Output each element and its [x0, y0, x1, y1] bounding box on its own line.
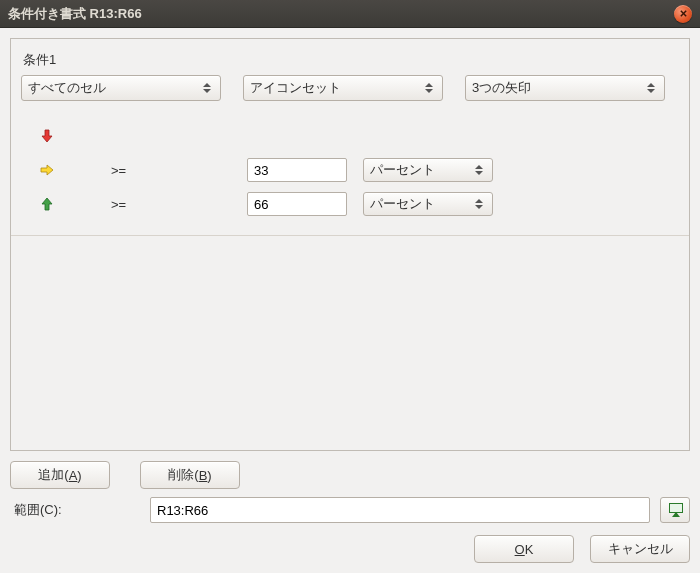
cancel-button[interactable]: キャンセル: [590, 535, 690, 563]
style-select[interactable]: アイコンセット: [243, 75, 443, 101]
range-row: 範囲(C):: [10, 497, 690, 523]
titlebar: 条件付き書式 R13:R66: [0, 0, 700, 28]
icon-rule-row: [39, 119, 679, 153]
delete-button[interactable]: 削除(B): [140, 461, 240, 489]
rule-unit-select[interactable]: パーセント: [363, 192, 493, 216]
arrow-down-icon: [39, 128, 55, 144]
shrink-range-button[interactable]: [660, 497, 690, 523]
style-value: アイコンセット: [250, 79, 422, 97]
iconset-value: 3つの矢印: [472, 79, 644, 97]
chevron-updown-icon: [644, 83, 658, 93]
icon-rules: >= パーセント >=: [21, 119, 679, 221]
chevron-updown-icon: [422, 83, 436, 93]
shrink-icon: [667, 503, 683, 517]
rule-value-input[interactable]: [247, 192, 347, 216]
rule-op: >=: [111, 163, 247, 178]
chevron-updown-icon: [472, 165, 486, 175]
iconset-select[interactable]: 3つの矢印: [465, 75, 665, 101]
dialog-footer: OK キャンセル: [10, 535, 690, 563]
rule-op: >=: [111, 197, 247, 212]
condition-label: 条件1: [21, 49, 679, 75]
chevron-updown-icon: [200, 83, 214, 93]
icon-rule-row: >= パーセント: [39, 187, 679, 221]
add-button[interactable]: 追加(A): [10, 461, 110, 489]
rule-unit-value: パーセント: [370, 161, 472, 179]
condition-selects-row: すべてのセル アイコンセット 3つの矢印: [21, 75, 679, 101]
arrow-right-icon: [39, 162, 55, 178]
dialog-body: 条件1 すべてのセル アイコンセット 3つの矢印: [0, 28, 700, 573]
close-icon: [679, 9, 688, 18]
icon-rule-row: >= パーセント: [39, 153, 679, 187]
add-delete-row: 追加(A) 削除(B): [10, 461, 690, 489]
rule-value-input[interactable]: [247, 158, 347, 182]
chevron-updown-icon: [472, 199, 486, 209]
empty-area: [21, 236, 679, 450]
rule-unit-select[interactable]: パーセント: [363, 158, 493, 182]
rule-unit-value: パーセント: [370, 195, 472, 213]
apply-to-value: すべてのセル: [28, 79, 200, 97]
close-button[interactable]: [674, 5, 692, 23]
apply-to-select[interactable]: すべてのセル: [21, 75, 221, 101]
range-input[interactable]: [150, 497, 650, 523]
range-label: 範囲(C):: [10, 501, 150, 519]
ok-button[interactable]: OK: [474, 535, 574, 563]
arrow-up-icon: [39, 196, 55, 212]
conditions-panel: 条件1 すべてのセル アイコンセット 3つの矢印: [10, 38, 690, 451]
window-title: 条件付き書式 R13:R66: [8, 5, 674, 23]
